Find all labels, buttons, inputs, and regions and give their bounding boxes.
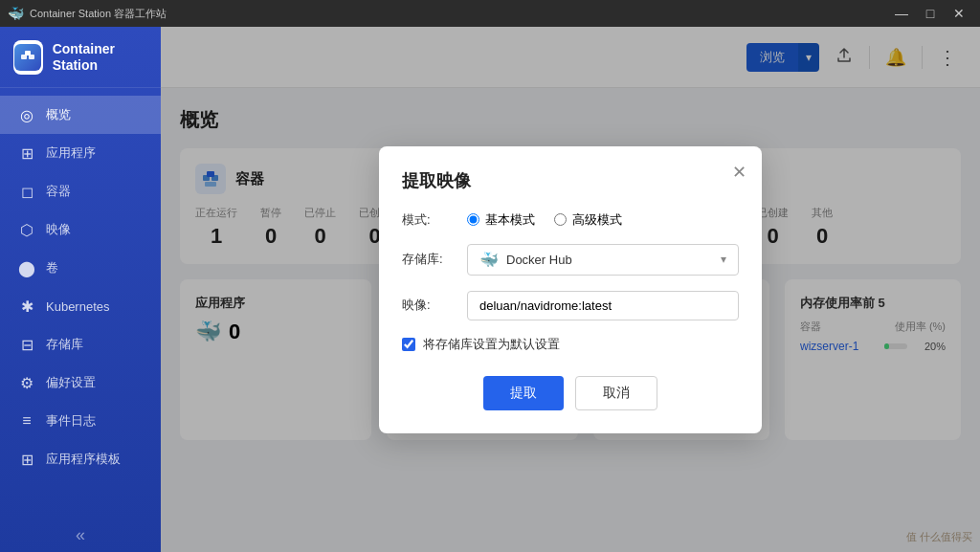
radio-basic-mode[interactable]: 基本模式 — [467, 211, 535, 229]
sidebar-item-label: 卷 — [46, 259, 58, 276]
sidebar-item-label: 偏好设置 — [46, 374, 96, 391]
modal-actions: 提取 取消 — [402, 376, 739, 410]
checkbox-label: 将存储库设置为默认设置 — [423, 336, 560, 353]
titlebar-title: Container Station 容器工作站 — [30, 7, 167, 21]
docker-hub-icon: 🐳 — [479, 251, 499, 269]
modal-title: 提取映像 — [402, 169, 739, 192]
main-content: 浏览 ▾ 🔔 ⋮ 概览 — [161, 27, 980, 552]
sidebar-item-containers[interactable]: ◻ 容器 — [0, 172, 161, 210]
app-templates-icon: ⊞ — [17, 450, 36, 469]
sidebar-item-events[interactable]: ≡ 事件日志 — [0, 402, 161, 440]
minimize-button[interactable]: — — [888, 4, 915, 23]
sidebar-item-apps[interactable]: ⊞ 应用程序 — [0, 134, 161, 172]
storage-icon: ⊟ — [17, 335, 36, 354]
titlebar-controls: — □ ✕ — [888, 4, 972, 23]
sidebar-item-label: 概览 — [46, 106, 71, 123]
sidebar-item-label: 存储库 — [46, 336, 83, 353]
sidebar-item-volumes[interactable]: ⬤ 卷 — [0, 249, 161, 287]
overview-icon: ◎ — [17, 105, 36, 124]
titlebar-left: 🐳 Container Station 容器工作站 — [8, 6, 167, 21]
radio-basic-label: 基本模式 — [485, 211, 535, 229]
collapse-icon: « — [76, 525, 85, 545]
default-repo-checkbox[interactable] — [402, 338, 415, 351]
modal-checkbox-row: 将存储库设置为默认设置 — [402, 336, 739, 353]
sidebar-item-label: 应用程序 — [46, 144, 96, 162]
radio-advanced-label: 高级模式 — [572, 211, 622, 229]
events-icon: ≡ — [17, 411, 36, 431]
sidebar-item-app-templates[interactable]: ⊞ 应用程序模板 — [0, 440, 161, 478]
app-layout: Container Station ◎ 概览 ⊞ 应用程序 ◻ 容器 ⬡ 映像 … — [0, 27, 980, 552]
cancel-button[interactable]: 取消 — [575, 376, 657, 410]
sidebar-item-label: 容器 — [46, 183, 71, 200]
modal-radios: 基本模式 高级模式 — [467, 211, 622, 229]
sidebar-logo — [13, 40, 43, 75]
radio-basic-input[interactable] — [467, 213, 479, 226]
modal-overlay: 提取映像 ✕ 模式: 基本模式 高级模式 — [161, 27, 980, 552]
sidebar-logo-inner — [14, 44, 41, 71]
titlebar-icon: 🐳 — [8, 6, 24, 21]
modal-close-button[interactable]: ✕ — [732, 162, 746, 183]
sidebar-item-label: 应用程序模板 — [46, 451, 121, 468]
sidebar: Container Station ◎ 概览 ⊞ 应用程序 ◻ 容器 ⬡ 映像 … — [0, 27, 161, 552]
sidebar-item-preferences[interactable]: ⚙ 偏好设置 — [0, 364, 161, 402]
chevron-down-icon: ▾ — [721, 253, 726, 266]
sidebar-item-overview[interactable]: ◎ 概览 — [0, 96, 161, 134]
sidebar-nav: ◎ 概览 ⊞ 应用程序 ◻ 容器 ⬡ 映像 ⬤ 卷 ✱ Kubernetes — [0, 88, 161, 518]
sidebar-item-storage[interactable]: ⊟ 存储库 — [0, 325, 161, 364]
sidebar-item-kubernetes[interactable]: ✱ Kubernetes — [0, 287, 161, 325]
modal-image-label: 映像: — [402, 297, 456, 314]
sidebar-item-label: 映像 — [46, 221, 71, 238]
radio-advanced-mode[interactable]: 高级模式 — [554, 211, 622, 229]
images-icon: ⬡ — [17, 220, 36, 239]
radio-advanced-input[interactable] — [554, 213, 567, 226]
containers-icon: ◻ — [17, 182, 36, 201]
modal-mode-label: 模式: — [402, 211, 456, 229]
preferences-icon: ⚙ — [17, 373, 36, 392]
volumes-icon: ⬤ — [17, 258, 36, 277]
sidebar-item-label: Kubernetes — [46, 299, 110, 314]
sidebar-header: Container Station — [0, 27, 161, 88]
close-button[interactable]: ✕ — [946, 4, 972, 23]
sidebar-app-title: Container Station — [53, 41, 147, 74]
pull-image-modal: 提取映像 ✕ 模式: 基本模式 高级模式 — [379, 146, 762, 433]
modal-repo-label: 存储库: — [402, 251, 456, 268]
apps-icon: ⊞ — [17, 144, 36, 163]
sidebar-item-label: 事件日志 — [46, 412, 96, 430]
svg-rect-2 — [25, 51, 31, 55]
repo-select[interactable]: 🐳 Docker Hub ▾ — [467, 244, 739, 276]
repo-select-text: Docker Hub — [506, 253, 713, 267]
titlebar: 🐳 Container Station 容器工作站 — □ ✕ — [0, 0, 980, 27]
pull-button[interactable]: 提取 — [483, 376, 564, 410]
kubernetes-icon: ✱ — [17, 297, 36, 316]
maximize-button[interactable]: □ — [917, 4, 944, 23]
sidebar-collapse-button[interactable]: « — [0, 518, 161, 552]
modal-mode-row: 模式: 基本模式 高级模式 — [402, 211, 739, 229]
modal-image-row: 映像: — [402, 291, 739, 320]
sidebar-item-images[interactable]: ⬡ 映像 — [0, 210, 161, 249]
image-input[interactable] — [467, 291, 739, 320]
modal-repo-row: 存储库: 🐳 Docker Hub ▾ — [402, 244, 739, 276]
